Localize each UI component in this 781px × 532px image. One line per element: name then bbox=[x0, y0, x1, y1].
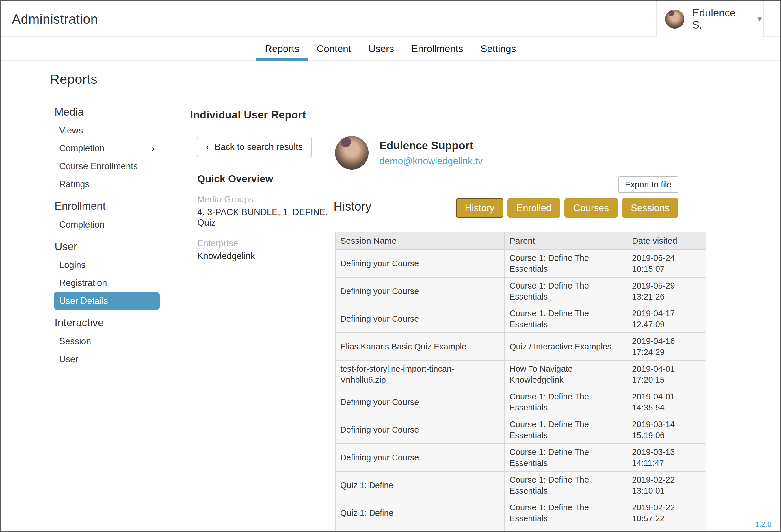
table-row[interactable]: Defining your CourseCourse 1: Define The… bbox=[335, 305, 706, 333]
filter-button-history[interactable]: History bbox=[456, 198, 503, 218]
sidebar-group-title: User bbox=[54, 241, 176, 253]
sidebar-group-title: Interactive bbox=[54, 317, 176, 329]
cell-parent: Course 1: Define The Essentials bbox=[504, 305, 627, 333]
cell-session-name: Defining your Course bbox=[335, 305, 504, 333]
tab-users[interactable]: Users bbox=[360, 37, 403, 60]
profile-name: Edulence Support bbox=[379, 139, 473, 152]
cell-date-visited: 2019-04-01 14:35:54 bbox=[627, 388, 706, 416]
cell-session-name: Defining your Course bbox=[335, 250, 504, 277]
field-value: 4. 3-PACK BUNDLE, 1. DEFINE, Quiz bbox=[197, 207, 333, 228]
history-section-title: History bbox=[334, 200, 371, 213]
table-row[interactable]: Defining your CourseCourse 1: Define The… bbox=[335, 444, 706, 472]
table-row[interactable]: Defining your CourseCourse 1: Define The… bbox=[335, 250, 706, 277]
sidebar-item-label: Registration bbox=[59, 278, 107, 288]
tab-reports[interactable]: Reports bbox=[256, 37, 308, 60]
cell-date-visited: 2019-02-22 13:10:01 bbox=[627, 472, 706, 499]
sidebar-item-course-enrollments[interactable]: Course Enrollments bbox=[54, 157, 160, 175]
quick-overview-field-enterprise: EnterpriseKnowledgelink bbox=[197, 238, 333, 261]
app-version: 1.2.0 bbox=[755, 520, 772, 529]
sidebar-item-completion[interactable]: Completion bbox=[54, 216, 160, 234]
export-to-file-button[interactable]: Export to file bbox=[618, 176, 679, 193]
sidebar-item-label: Ratings bbox=[59, 179, 89, 190]
field-value: Knowledgelink bbox=[197, 251, 333, 261]
sidebar-item-completion[interactable]: Completion› bbox=[54, 139, 160, 157]
header: Administration Edulence S. ▼ bbox=[1, 1, 780, 37]
sidebar-item-label: Logins bbox=[59, 260, 85, 270]
column-header-parent: Parent bbox=[504, 232, 627, 250]
sidebar-item-label: Course Enrollments bbox=[59, 161, 138, 171]
sidebar-group-enrollment: EnrollmentCompletion bbox=[50, 200, 176, 234]
history-table: Session NameParentDate visited Defining … bbox=[335, 232, 706, 532]
chevron-left-icon: ‹ bbox=[206, 142, 209, 152]
sidebar: Reports MediaViewsCompletion›Course Enro… bbox=[50, 71, 176, 375]
cell-parent: Course 1: Define The Essentials bbox=[504, 499, 627, 527]
table-header-row: Session NameParentDate visited bbox=[335, 232, 706, 250]
sidebar-item-ratings[interactable]: Ratings bbox=[54, 175, 160, 193]
filter-button-courses[interactable]: Courses bbox=[564, 198, 618, 218]
history-filter-buttons: HistoryEnrolledCoursesSessions bbox=[456, 198, 679, 218]
cell-date-visited: 2019-03-13 14:11:47 bbox=[627, 444, 706, 472]
user-name: Edulence S. bbox=[692, 7, 746, 31]
field-label: Enterprise bbox=[197, 238, 333, 249]
cell-parent: Course 1: Define The Essentials bbox=[504, 416, 627, 444]
report-title: Individual User Report bbox=[190, 109, 306, 121]
table-row[interactable]: Quiz 1: DefineCourse 1: Define The Essen… bbox=[335, 527, 706, 532]
sidebar-group-title: Enrollment bbox=[54, 200, 176, 212]
cell-parent: Course 1: Define The Essentials bbox=[504, 388, 627, 416]
cell-parent: Course 1: Define The Essentials bbox=[504, 527, 627, 532]
sidebar-groups: MediaViewsCompletion›Course EnrollmentsR… bbox=[50, 106, 176, 368]
table-row[interactable]: Defining your CourseCourse 1: Define The… bbox=[335, 277, 706, 305]
tab-content[interactable]: Content bbox=[308, 37, 360, 60]
tab-enrollments[interactable]: Enrollments bbox=[403, 37, 472, 60]
field-label: Media Groups bbox=[197, 194, 333, 205]
table-row[interactable]: Quiz 1: DefineCourse 1: Define The Essen… bbox=[335, 499, 706, 527]
sidebar-item-label: Completion bbox=[59, 219, 105, 230]
column-header-session-name: Session Name bbox=[335, 232, 504, 250]
quick-overview-title: Quick Overview bbox=[197, 173, 273, 185]
cell-date-visited: 2019-04-17 12:47:09 bbox=[627, 305, 706, 333]
cell-date-visited: 2019-04-01 17:20:15 bbox=[627, 361, 706, 388]
caret-down-icon: ▼ bbox=[756, 15, 764, 24]
cell-date-visited: 2019-06-24 10:15:07 bbox=[627, 250, 706, 277]
cell-date-visited: 2019-02-21 11:53:41 bbox=[627, 527, 706, 532]
table-row[interactable]: Elias Kanaris Basic Quiz ExampleQuiz / I… bbox=[335, 333, 706, 361]
filter-button-sessions[interactable]: Sessions bbox=[622, 198, 679, 218]
quick-overview-fields: Media Groups4. 3-PACK BUNDLE, 1. DEFINE,… bbox=[197, 194, 333, 272]
column-header-date-visited: Date visited bbox=[627, 232, 706, 250]
sidebar-item-user-details[interactable]: User Details bbox=[54, 292, 160, 310]
sidebar-item-user[interactable]: User bbox=[54, 350, 160, 368]
sidebar-group-user: UserLoginsRegistrationUser Details bbox=[50, 241, 176, 310]
profile-avatar bbox=[335, 136, 369, 169]
user-menu[interactable]: Edulence S. ▼ bbox=[656, 1, 764, 37]
sidebar-item-session[interactable]: Session bbox=[54, 332, 160, 350]
filter-button-enrolled[interactable]: Enrolled bbox=[507, 198, 560, 218]
table-row[interactable]: Defining your CourseCourse 1: Define The… bbox=[335, 416, 706, 444]
table-row[interactable]: test-for-storyline-import-tincan-Vnhbllu… bbox=[335, 361, 706, 388]
quick-overview-field-media-groups: Media Groups4. 3-PACK BUNDLE, 1. DEFINE,… bbox=[197, 194, 333, 228]
table-row[interactable]: Quiz 1: DefineCourse 1: Define The Essen… bbox=[335, 472, 706, 499]
profile-email-link[interactable]: demo@knowledgelink.tv bbox=[379, 156, 483, 167]
sidebar-item-views[interactable]: Views bbox=[54, 122, 160, 139]
cell-session-name: Defining your Course bbox=[335, 416, 504, 444]
back-to-search-label: Back to search results bbox=[215, 142, 303, 152]
sidebar-item-logins[interactable]: Logins bbox=[54, 256, 160, 274]
cell-parent: How To NavigateKnowledgelink bbox=[504, 361, 627, 388]
cell-date-visited: 2019-02-22 10:57:22 bbox=[627, 499, 706, 527]
sidebar-group-media: MediaViewsCompletion›Course EnrollmentsR… bbox=[50, 106, 176, 193]
sidebar-item-registration[interactable]: Registration bbox=[54, 274, 160, 292]
tab-settings[interactable]: Settings bbox=[472, 37, 525, 60]
sidebar-title: Reports bbox=[50, 71, 176, 87]
table-row[interactable]: Defining your CourseCourse 1: Define The… bbox=[335, 388, 706, 416]
cell-parent: Course 1: Define The Essentials bbox=[504, 472, 627, 499]
cell-session-name: Quiz 1: Define bbox=[335, 527, 504, 532]
cell-session-name: Defining your Course bbox=[335, 388, 504, 416]
cell-date-visited: 2019-04-16 17:24:29 bbox=[627, 333, 706, 361]
sidebar-item-label: Views bbox=[59, 125, 83, 136]
cell-parent: Course 1: Define The Essentials bbox=[504, 250, 627, 277]
cell-parent: Course 1: Define The Essentials bbox=[504, 444, 627, 472]
cell-date-visited: 2019-05-29 13:21:26 bbox=[627, 277, 706, 305]
cell-date-visited: 2019-03-14 15:19:06 bbox=[627, 416, 706, 444]
app-window: Administration Edulence S. ▼ ReportsCont… bbox=[0, 0, 781, 532]
sidebar-group-title: Media bbox=[54, 106, 176, 118]
back-to-search-button[interactable]: ‹ Back to search results bbox=[197, 136, 312, 157]
